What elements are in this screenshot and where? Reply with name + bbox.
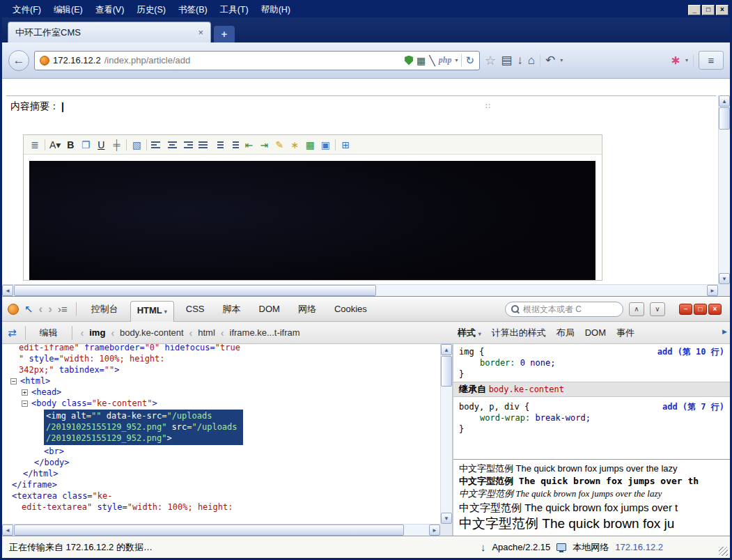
html-tree-line[interactable]: +<head> [6,387,440,398]
tab-console[interactable]: 控制台 [85,299,125,320]
edit-button[interactable]: 编辑 [34,325,63,341]
downloads-icon[interactable]: ↓ [517,54,523,68]
tab-cookies[interactable]: Cookies [328,300,373,318]
addon-brush-icon[interactable]: ∗ [671,53,680,68]
html-tree-line[interactable]: <br> [6,446,440,457]
bold-icon[interactable]: B [65,139,76,150]
side-tab-events[interactable]: 事件 [616,327,634,339]
new-tab-button[interactable]: + [214,26,235,42]
css-selector[interactable]: img { [459,346,484,357]
fullscreen-icon[interactable]: ⊞ [340,139,351,150]
breadcrumb-body[interactable]: body.ke-content [120,327,184,338]
php-addon-icon[interactable]: php [439,55,452,65]
scroll-down-icon[interactable]: ▼ [719,273,730,284]
back-button[interactable]: ← [8,50,29,71]
html-tree-line[interactable]: edit-iframe" frameborder="0" hidefocus="… [6,344,440,353]
scroll-up-icon[interactable]: ▲ [441,344,452,355]
font-color-icon[interactable]: A▾ [49,139,61,150]
scroll-down-icon[interactable]: ▼ [441,513,452,524]
scroll-right-icon[interactable]: ► [429,524,440,536]
menu-edit[interactable]: 编辑(E) [47,3,89,17]
editor-content-area[interactable] [24,155,602,280]
html-tree-line[interactable]: <textarea class="ke- [6,490,440,501]
html-tree-line[interactable]: <img alt="" data-ke-src="/uploads [46,410,237,421]
home-icon[interactable]: ⌂ [528,54,535,68]
css-property[interactable]: border: 0 none; [453,357,730,368]
menu-bookmarks[interactable]: 书签(B) [172,3,214,17]
page-vertical-scrollbar[interactable]: ▲ ▼ [718,95,730,284]
side-tab-computed[interactable]: 计算出的样式 [492,327,546,339]
selected-html-node[interactable]: <img alt="" data-ke-src="/uploads/201910… [44,410,243,445]
unordered-list-icon[interactable] [228,139,239,150]
html-tree-line[interactable]: /20191025155129_952.png"> [46,433,237,444]
collapse-icon[interactable]: − [10,378,17,384]
collapse-icon[interactable]: − [22,400,28,407]
search-input[interactable] [523,304,617,314]
align-left-icon[interactable] [151,139,162,150]
pencil-icon[interactable]: ✎ [274,139,285,150]
side-tab-layout[interactable]: 布局 [556,327,575,339]
css-selector[interactable]: body, p, div { [459,401,529,412]
html-tree-line[interactable]: /20191025155129_952.png" src="/uploads [46,421,237,433]
expand-icon[interactable]: + [22,389,28,396]
breadcrumb-iframe[interactable]: iframe.ke...t-ifram [230,327,300,338]
panel-list-icon[interactable]: ›≡ [58,303,68,315]
highlight-icon[interactable]: ∗ [289,139,300,150]
css-source-link[interactable]: add (第 10 行) [657,346,724,357]
download-indicator-icon[interactable]: ↓ [481,541,486,553]
inherited-element-link[interactable]: body.ke-content [489,384,564,394]
scroll-left-icon[interactable]: ◄ [2,285,13,296]
menu-history[interactable]: 历史(S) [130,3,172,17]
bookmark-star-icon[interactable]: ☆ [485,53,496,68]
reload-icon[interactable]: ↻ [465,54,474,67]
css-property[interactable]: word-wrap: break-word; [453,412,730,423]
window-close-button[interactable]: × [716,5,729,15]
html-tree-line[interactable]: " style="width: 100%; height: [6,353,440,364]
shield-icon[interactable] [405,56,413,65]
tab-script[interactable]: 脚本 [217,299,247,320]
firebug-close-button[interactable]: × [708,304,722,315]
breadcrumb-img[interactable]: img [89,327,105,338]
undo-history-icon[interactable]: ↶ [545,53,555,68]
firebug-icon[interactable] [8,304,19,315]
html-tree-line[interactable]: −<html> [6,375,440,387]
align-justify-icon[interactable] [197,139,208,150]
underline-icon[interactable]: U [95,139,107,150]
site-identity-icon[interactable] [40,56,49,65]
server-ip-link[interactable]: 172.16.12.2 [615,542,663,552]
indent-icon[interactable]: ⇥ [258,139,270,150]
hamburger-menu-button[interactable]: ≡ [699,51,724,70]
window-resize-grip[interactable] [719,547,728,556]
breadcrumb-html[interactable]: html [198,327,215,338]
page-horizontal-scrollbar[interactable]: ◄ ► [2,284,718,296]
history-back-icon[interactable]: ‹ [39,302,43,316]
scroll-right-icon[interactable]: ► [707,285,718,296]
textarea-resize-grip[interactable]: ∷ [485,102,490,111]
menu-help[interactable]: 帮助(H) [255,3,297,17]
ordered-list-icon[interactable] [212,139,224,150]
tab-html[interactable]: HTML▾ [130,301,174,322]
outdent-icon[interactable]: ⇤ [243,139,254,150]
toggle-side-panels-icon[interactable]: ⇄ [8,327,17,339]
html-tree-line[interactable]: </body> [6,457,440,468]
firebug-search-box[interactable] [505,302,623,317]
html-tree-line[interactable]: </iframe> [6,479,440,490]
show-bookmarks-icon[interactable]: ▤ [501,53,512,68]
find-previous-button[interactable]: ∧ [629,302,644,316]
html-tree-line[interactable]: edit-textarea" style="width: 100%; heigh… [6,501,440,513]
menu-file[interactable]: 文件(F) [6,3,47,17]
insert-media-icon[interactable]: ▧ [131,139,142,150]
chevron-down-icon[interactable]: ▾ [560,57,563,63]
html-panel-horizontal-scrollbar[interactable]: ◄ ► [2,524,440,536]
table-icon[interactable]: ▦ [304,139,316,150]
qr-code-icon[interactable]: ▦ [416,55,426,66]
scrollbar-thumb[interactable] [14,285,376,296]
tab-dom[interactable]: DOM [253,300,286,318]
html-tree-line[interactable]: 342px;" tabindex=""> [6,364,440,375]
tab-overflow-icon[interactable]: ▶ [722,328,727,335]
source-icon[interactable]: ≣ [29,139,40,150]
inspect-element-icon[interactable]: ↖ [24,303,33,316]
html-tree-line[interactable]: −<body class="ke-content"> [6,398,440,409]
tab-network[interactable]: 网络 [292,299,322,320]
copy-icon[interactable]: ❐ [80,139,91,150]
